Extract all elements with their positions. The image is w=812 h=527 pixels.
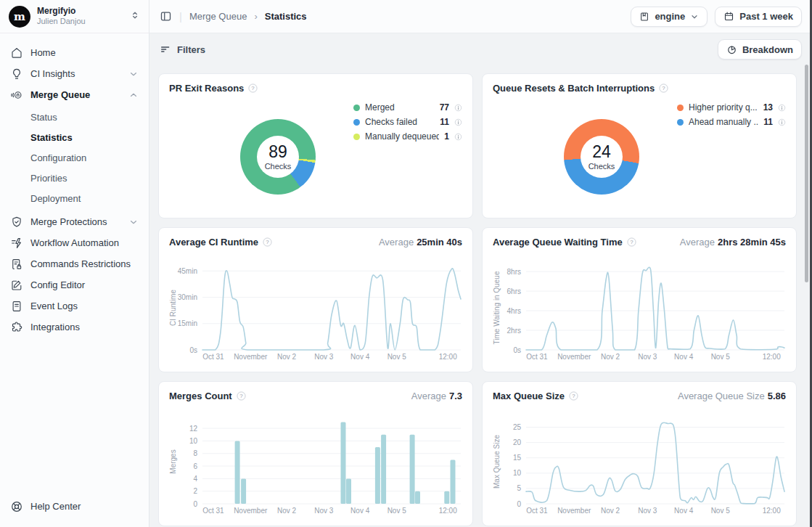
- org-user: Julien Danjou: [37, 17, 123, 26]
- breakdown-button[interactable]: Breakdown: [718, 39, 802, 60]
- legend-item[interactable]: Manually dequeued1: [353, 129, 462, 144]
- info-icon[interactable]: [454, 118, 462, 126]
- svg-text:0: 0: [193, 500, 197, 508]
- bar: [241, 478, 246, 504]
- sidebar-subitem-statistics[interactable]: Statistics: [6, 127, 143, 147]
- donut-chart[interactable]: 24 Checks: [564, 119, 639, 195]
- help-icon[interactable]: ?: [659, 83, 668, 93]
- pie-chart-icon: [726, 44, 737, 55]
- breadcrumb-parent[interactable]: Merge Queue: [189, 11, 247, 22]
- help-icon[interactable]: ?: [263, 237, 272, 247]
- sidebar-item-label: Workflow Automation: [30, 237, 139, 248]
- svg-text:0s: 0s: [513, 346, 521, 354]
- sidebar-item-label: Home: [30, 47, 139, 58]
- legend-item[interactable]: Higher priority q...13: [677, 100, 786, 115]
- legend-value: 11: [440, 117, 449, 127]
- mergify-logo: m: [9, 6, 30, 28]
- legend-item[interactable]: Merged77: [353, 100, 462, 115]
- svg-text:?: ?: [252, 85, 255, 91]
- average-stat: Average25min 40s: [379, 237, 462, 248]
- chart-legend: Higher priority q...13Ahead manually ...…: [677, 100, 786, 129]
- sidebar-item-merge-protections[interactable]: Merge Protections: [6, 211, 143, 232]
- card-title: Average Queue Waiting Time: [493, 237, 623, 248]
- app-window: m Mergifyio Julien Danjou HomeCI Insight…: [0, 0, 812, 527]
- svg-text:CI Runtime: CI Runtime: [169, 290, 177, 326]
- repository-select[interactable]: engine: [631, 7, 708, 27]
- sidebar-item-config-editor[interactable]: Config Editor: [6, 274, 143, 295]
- average-stat: Average Queue Size5.86: [678, 391, 786, 401]
- svg-text:Nov 2: Nov 2: [277, 507, 297, 515]
- legend-item[interactable]: Checks failed11: [353, 115, 462, 129]
- legend-dot: [353, 119, 360, 126]
- sidebar-item-merge-queue[interactable]: Merge Queue: [6, 84, 143, 105]
- sidebar-nav: HomeCI InsightsMerge QueueStatusStatisti…: [0, 33, 149, 338]
- legend-dot: [353, 105, 360, 111]
- breadcrumb-chevron-icon: ›: [254, 11, 257, 22]
- org-switcher[interactable]: m Mergifyio Julien Danjou: [0, 0, 149, 33]
- svg-text:45min: 45min: [178, 267, 197, 275]
- svg-text:0: 0: [517, 500, 521, 508]
- legend-item[interactable]: Ahead manually ...11: [677, 115, 786, 129]
- svg-text:Max Queue Size: Max Queue Size: [493, 435, 501, 489]
- sidebar-subitem-deployment[interactable]: Deployment: [6, 188, 143, 208]
- info-icon[interactable]: [454, 104, 462, 112]
- svg-text:10: 10: [513, 469, 522, 477]
- sidebar-item-ci-insights[interactable]: CI Insights: [6, 63, 143, 84]
- sidebar-subitem-status[interactable]: Status: [6, 107, 143, 127]
- sidebar-item-label: Integrations: [30, 322, 139, 332]
- info-icon[interactable]: [778, 104, 786, 112]
- home-icon: [10, 46, 23, 60]
- sidebar-item-integrations[interactable]: Integrations: [6, 316, 143, 338]
- svg-text:Nov 2: Nov 2: [601, 507, 620, 515]
- bar-chart[interactable]: 121086420Oct 31NovemberNov 2Nov 3Nov 4No…: [169, 414, 464, 518]
- filters-button[interactable]: Filters: [160, 44, 205, 55]
- sidebar-item-help-center[interactable]: Help Center: [6, 496, 143, 517]
- vertical-scrollbar[interactable]: [805, 65, 808, 282]
- svg-text:Nov 3: Nov 3: [314, 353, 334, 361]
- svg-text:Oct 31: Oct 31: [202, 353, 224, 361]
- help-icon[interactable]: ?: [237, 391, 246, 401]
- donut-chart[interactable]: 89 Checks: [240, 119, 316, 195]
- filterbar: Filters Breakdown: [149, 33, 812, 65]
- svg-text:0s: 0s: [189, 346, 197, 354]
- svg-text:?: ?: [630, 239, 633, 245]
- bar: [235, 441, 240, 504]
- svg-text:Nov 2: Nov 2: [601, 353, 620, 361]
- help-icon[interactable]: ?: [627, 237, 636, 247]
- svg-text:2hrs: 2hrs: [507, 327, 521, 335]
- sidebar: m Mergifyio Julien Danjou HomeCI Insight…: [0, 0, 149, 527]
- sidebar-item-label: CI Insights: [30, 68, 121, 79]
- donut-unit: Checks: [265, 162, 292, 171]
- line-chart[interactable]: 2520151050Oct 31NovemberNov 2Nov 3Nov 4N…: [493, 414, 787, 518]
- info-icon[interactable]: [778, 118, 786, 126]
- svg-text:8: 8: [193, 449, 197, 457]
- sidebar-item-commands-restrictions[interactable]: Commands Restrictions: [6, 253, 143, 274]
- info-icon[interactable]: [454, 133, 462, 141]
- sidebar-subitem-configuration[interactable]: Configuration: [6, 147, 143, 168]
- help-icon[interactable]: ?: [569, 391, 578, 401]
- bar: [375, 447, 380, 504]
- chevron-down-icon: [690, 12, 699, 21]
- sidebar-item-event-logs[interactable]: Event Logs: [6, 295, 143, 316]
- svg-text:?: ?: [663, 85, 666, 91]
- breakdown-label: Breakdown: [742, 44, 793, 55]
- sidebar-item-workflow-automation[interactable]: Workflow Automation: [6, 232, 143, 253]
- legend-label: Checks failed: [365, 117, 435, 127]
- svg-text:Oct 31: Oct 31: [526, 353, 548, 361]
- sidebar-subitem-priorities[interactable]: Priorities: [6, 168, 143, 188]
- sidebar-item-label: Commands Restrictions: [30, 258, 139, 269]
- help-icon[interactable]: ?: [248, 83, 258, 93]
- date-range-button[interactable]: Past 1 week: [715, 7, 802, 27]
- line-chart[interactable]: 45min30min15min0sOct 31NovemberNov 2Nov …: [169, 260, 464, 364]
- card-average-queue-waiting-time: Average Queue Waiting Time ? Average2hrs…: [482, 227, 797, 372]
- sidebar-toggle-button[interactable]: [160, 10, 172, 23]
- svg-text:November: November: [557, 353, 591, 361]
- bar: [451, 459, 456, 504]
- sidebar-item-home[interactable]: Home: [6, 42, 143, 63]
- line-chart[interactable]: 8hrs6hrs4hrs2hrs0sOct 31NovemberNov 2Nov…: [493, 260, 787, 364]
- org-switcher-chevrons-icon[interactable]: [130, 10, 140, 23]
- svg-text:November: November: [234, 353, 268, 361]
- average-stat: Average7.3: [411, 391, 462, 401]
- panel-icon: [160, 10, 172, 23]
- merge-queue-icon: [10, 89, 23, 102]
